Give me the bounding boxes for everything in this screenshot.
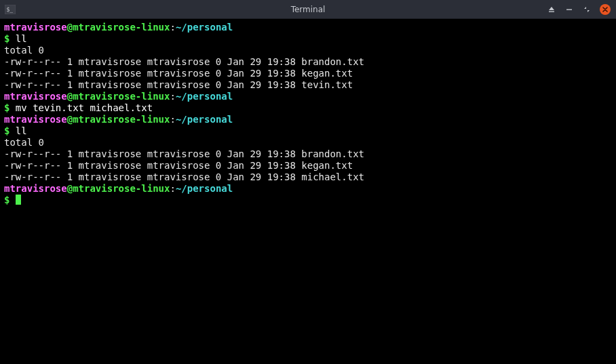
output-line: -rw-r--r-- 1 mtravisrose mtravisrose 0 J…: [4, 68, 612, 79]
prompt-line: mtravisrose@mtravisrose-linux:~/personal: [4, 114, 612, 125]
svg-text:$_: $_: [7, 6, 14, 12]
minimize-button[interactable]: [562, 2, 577, 17]
titlebar: $_ Terminal: [0, 0, 616, 19]
prompt-user: mtravisrose: [4, 183, 67, 194]
close-button[interactable]: [600, 4, 611, 15]
prompt-dollar: $: [4, 125, 16, 136]
prompt-sep: :: [170, 183, 175, 194]
svg-rect-2: [549, 11, 554, 12]
prompt-dollar: $: [4, 33, 16, 44]
prompt-host: mtravisrose-linux: [73, 22, 170, 33]
command-line: $ ll: [4, 125, 612, 137]
command-line: $ mv tevin.txt michael.txt: [4, 102, 612, 114]
prompt-user: mtravisrose: [4, 22, 67, 33]
prompt-dollar: $: [4, 102, 16, 113]
prompt-line: mtravisrose@mtravisrose-linux:~/personal: [4, 22, 612, 33]
command-text: mv tevin.txt michael.txt: [16, 102, 153, 113]
command-text: ll: [16, 125, 27, 136]
prompt-at: @: [67, 22, 73, 33]
window-title: Terminal: [291, 5, 326, 14]
command-text: ll: [16, 33, 27, 44]
terminal-app-icon: $_: [4, 3, 16, 16]
prompt-path: ~/personal: [176, 183, 233, 194]
prompt-dollar: $: [4, 195, 16, 205]
prompt-sep: :: [170, 22, 175, 33]
output-line: total 0: [4, 137, 612, 148]
prompt-user: mtravisrose: [4, 114, 67, 125]
prompt-host: mtravisrose-linux: [73, 114, 170, 125]
prompt-line: mtravisrose@mtravisrose-linux:~/personal: [4, 91, 612, 102]
prompt-sep: :: [170, 91, 175, 102]
terminal-window: $_ Terminal mtravisrose@mtravisr: [0, 0, 616, 364]
prompt-host: mtravisrose-linux: [73, 183, 170, 194]
prompt-path: ~/personal: [176, 22, 233, 33]
command-line[interactable]: $: [4, 195, 612, 206]
output-line: -rw-r--r-- 1 mtravisrose mtravisrose 0 J…: [4, 148, 612, 160]
prompt-host: mtravisrose-linux: [73, 91, 170, 102]
prompt-at: @: [67, 183, 73, 194]
prompt-at: @: [67, 91, 73, 102]
eject-button[interactable]: [544, 2, 559, 17]
output-line: -rw-r--r-- 1 mtravisrose mtravisrose 0 J…: [4, 79, 612, 91]
prompt-line: mtravisrose@mtravisrose-linux:~/personal: [4, 183, 612, 195]
prompt-path: ~/personal: [176, 91, 233, 102]
command-line: $ ll: [4, 33, 612, 45]
svg-rect-3: [566, 9, 572, 9]
output-line: total 0: [4, 45, 612, 56]
prompt-sep: :: [170, 114, 175, 125]
prompt-path: ~/personal: [176, 114, 233, 125]
cursor: [16, 195, 21, 205]
terminal-content[interactable]: mtravisrose@mtravisrose-linux:~/personal…: [0, 19, 616, 364]
prompt-user: mtravisrose: [4, 91, 67, 102]
maximize-button[interactable]: [579, 2, 594, 17]
output-line: -rw-r--r-- 1 mtravisrose mtravisrose 0 J…: [4, 56, 612, 68]
output-line: -rw-r--r-- 1 mtravisrose mtravisrose 0 J…: [4, 160, 612, 171]
output-line: -rw-r--r-- 1 mtravisrose mtravisrose 0 J…: [4, 171, 612, 183]
prompt-at: @: [67, 114, 73, 125]
